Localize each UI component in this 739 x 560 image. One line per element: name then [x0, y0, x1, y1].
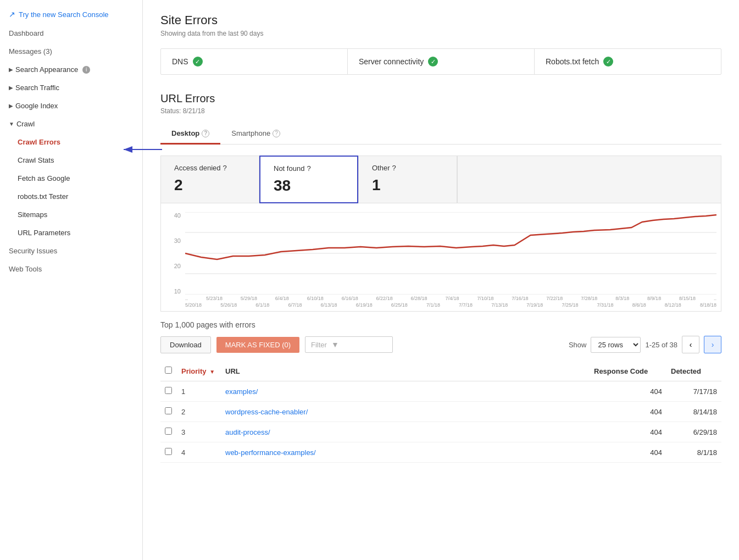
- access-denied-value: 2: [174, 176, 246, 194]
- sidebar-item-url-parameters[interactable]: URL Parameters: [0, 224, 142, 242]
- row-priority: 3: [177, 422, 221, 442]
- chart-area: 40 30 20 10 .. 5/23/18: [160, 203, 721, 312]
- chevron-right-icon: ▶: [9, 66, 13, 73]
- chevron-down-icon: ▼: [9, 121, 14, 127]
- url-errors-title: URL Errors: [160, 92, 721, 105]
- try-new-console-link[interactable]: ↗ Try the new Search Console: [0, 4, 142, 24]
- error-card-not-found[interactable]: Not found ? 38: [259, 156, 358, 203]
- row-detected: 8/1/18: [666, 442, 721, 463]
- sort-arrow-icon: ▼: [209, 369, 215, 375]
- next-page-button[interactable]: ›: [704, 336, 721, 353]
- error-cards: Access denied ? 2 Not found ? 38 Other ?…: [160, 156, 721, 203]
- sidebar-item-sitemaps[interactable]: Sitemaps: [0, 206, 142, 224]
- server-ok-icon: ✓: [428, 57, 438, 66]
- row-checkbox-cell[interactable]: [160, 422, 177, 442]
- row-detected: 8/14/18: [666, 402, 721, 422]
- row-checkbox-cell[interactable]: [160, 402, 177, 422]
- sidebar-item-robots-tester[interactable]: robots.txt Tester: [0, 187, 142, 206]
- prev-page-button[interactable]: ‹: [682, 336, 699, 353]
- info-icon: i: [82, 66, 90, 74]
- sidebar-item-security-issues[interactable]: Security Issues: [0, 242, 142, 260]
- error-card-other[interactable]: Other ? 1: [358, 156, 457, 203]
- row-checkbox[interactable]: [165, 448, 172, 455]
- sidebar-item-google-index[interactable]: ▶ Google Index: [0, 97, 142, 115]
- robots-ok-icon: ✓: [603, 57, 613, 66]
- chevron-right-icon: ▶: [9, 85, 13, 91]
- robots-label: Robots.txt fetch: [546, 57, 599, 66]
- sidebar-item-messages[interactable]: Messages (3): [0, 42, 142, 60]
- filter-placeholder: Filter: [311, 341, 327, 349]
- download-button[interactable]: Download: [160, 336, 211, 353]
- row-response-code: 404: [590, 422, 666, 442]
- chart-container: 40 30 20 10 .. 5/23/18: [165, 212, 716, 311]
- access-denied-help-icon[interactable]: ?: [223, 164, 227, 172]
- sidebar-item-fetch-as-google[interactable]: Fetch as Google: [0, 169, 142, 187]
- chart-x-labels-row2: 5/20/18 5/26/18 6/1/18 6/7/18 6/13/18 6/…: [185, 302, 716, 312]
- row-response-code: 404: [590, 442, 666, 463]
- sidebar-item-crawl-errors[interactable]: Crawl Errors: [0, 133, 142, 151]
- top-pages-label: Top 1,000 pages with errors: [160, 320, 721, 329]
- page-title: Site Errors: [160, 13, 721, 27]
- chart-y-labels: 40 30 20 10: [165, 212, 183, 295]
- row-url[interactable]: wordpress-cache-enabler/: [221, 402, 590, 422]
- row-checkbox-cell[interactable]: [160, 381, 177, 402]
- table-row: 1 examples/ 404 7/17/18: [160, 381, 721, 402]
- sidebar-item-crawl-stats[interactable]: Crawl Stats: [0, 151, 142, 169]
- filter-box[interactable]: Filter ▼: [305, 336, 393, 353]
- row-checkbox[interactable]: [165, 387, 172, 394]
- sidebar-item-dashboard[interactable]: Dashboard: [0, 24, 142, 42]
- row-priority: 2: [177, 402, 221, 422]
- sidebar-item-search-traffic[interactable]: ▶ Search Traffic: [0, 79, 142, 97]
- chevron-right-icon: ▶: [9, 103, 13, 109]
- other-value: 1: [372, 176, 443, 194]
- sidebar-item-search-appearance[interactable]: ▶ Search Appearance i: [0, 60, 142, 79]
- pagination-info: 1-25 of 38: [645, 341, 677, 349]
- row-priority: 4: [177, 442, 221, 463]
- device-tabs: Desktop ? Smartphone ?: [160, 124, 721, 145]
- desktop-help-icon[interactable]: ?: [202, 130, 209, 137]
- row-checkbox-cell[interactable]: [160, 442, 177, 463]
- row-url[interactable]: audit-process/: [221, 422, 590, 442]
- show-label: Show: [569, 341, 587, 349]
- toolbar: Download MARK AS FIXED (0) Filter ▼ Show…: [160, 336, 721, 353]
- smartphone-help-icon[interactable]: ?: [273, 130, 280, 137]
- url-errors-status: Status: 8/21/18: [160, 107, 721, 115]
- table-row: 3 audit-process/ 404 6/29/18: [160, 422, 721, 442]
- select-all-header[interactable]: [160, 361, 177, 381]
- sidebar-item-crawl[interactable]: ▼ Crawl: [0, 115, 142, 133]
- row-response-code: 404: [590, 381, 666, 402]
- row-url[interactable]: examples/: [221, 381, 590, 402]
- not-found-value: 38: [274, 177, 344, 195]
- tab-desktop[interactable]: Desktop ?: [160, 124, 220, 145]
- chart-svg: [185, 212, 716, 295]
- row-detected: 7/17/18: [666, 381, 721, 402]
- filter-icon: ▼: [331, 340, 339, 349]
- detected-header: Detected: [666, 361, 721, 381]
- site-error-server[interactable]: Server connectivity ✓: [348, 49, 535, 74]
- row-checkbox[interactable]: [165, 407, 172, 414]
- dns-label: DNS: [172, 57, 188, 66]
- error-card-access-denied[interactable]: Access denied ? 2: [160, 156, 259, 203]
- main-content: Site Errors Showing data from the last 9…: [143, 0, 739, 560]
- show-rows-control: Show 25 rows 50 rows 100 rows 1-25 of 38…: [569, 336, 721, 353]
- sidebar: ↗ Try the new Search Console Dashboard M…: [0, 0, 143, 560]
- select-all-checkbox[interactable]: [165, 367, 172, 374]
- priority-header[interactable]: Priority ▼: [177, 361, 221, 381]
- mark-fixed-button[interactable]: MARK AS FIXED (0): [216, 337, 299, 353]
- site-errors-grid: DNS ✓ Server connectivity ✓ Robots.txt f…: [160, 48, 721, 75]
- other-help-icon[interactable]: ?: [392, 164, 396, 172]
- site-error-dns[interactable]: DNS ✓: [161, 49, 348, 74]
- sidebar-item-web-tools[interactable]: Web Tools: [0, 260, 142, 278]
- table-row: 4 web-performance-examples/ 404 8/1/18: [160, 442, 721, 463]
- chart-x-labels-row1: .. 5/23/18 5/29/18 6/4/18 6/10/18 6/16/1…: [185, 295, 716, 302]
- row-checkbox[interactable]: [165, 428, 172, 435]
- rows-select[interactable]: 25 rows 50 rows 100 rows: [591, 337, 641, 353]
- row-priority: 1: [177, 381, 221, 402]
- site-error-robots[interactable]: Robots.txt fetch ✓: [535, 49, 721, 74]
- not-found-help-icon[interactable]: ?: [307, 164, 310, 173]
- url-header: URL: [221, 361, 590, 381]
- external-link-icon: ↗: [9, 10, 15, 19]
- row-url[interactable]: web-performance-examples/: [221, 442, 590, 463]
- tab-smartphone[interactable]: Smartphone ?: [220, 124, 291, 145]
- error-card-empty: [457, 156, 721, 203]
